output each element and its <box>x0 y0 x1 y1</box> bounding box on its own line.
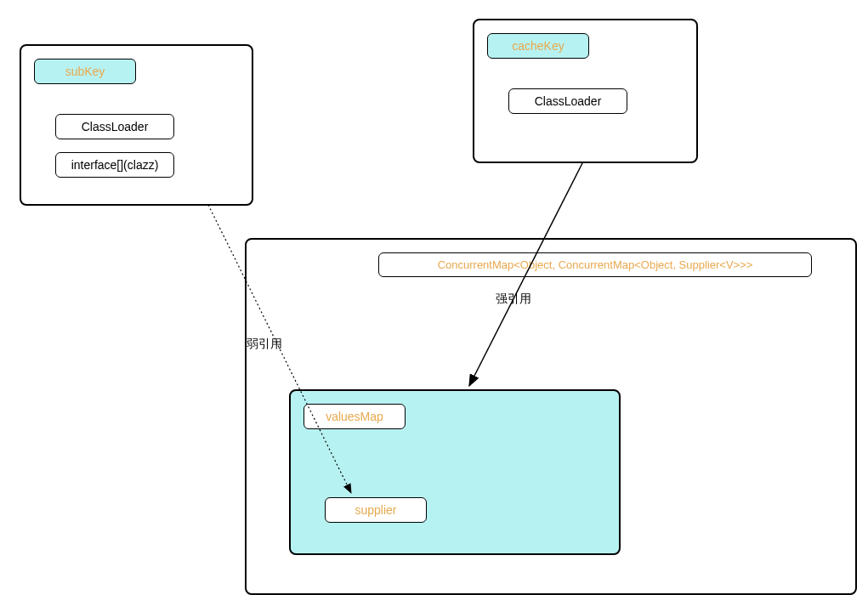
valuesmap-box: valuesMap supplier <box>289 389 621 555</box>
weak-ref-label: 弱引用 <box>247 337 282 352</box>
subkey-box: subKey ClassLoader interface[](clazz) <box>20 44 253 206</box>
valuesmap-title: valuesMap <box>304 404 406 429</box>
strong-ref-label: 强引用 <box>496 292 531 307</box>
cachekey-title: cacheKey <box>487 33 589 59</box>
cachekey-item-classloader: ClassLoader <box>508 88 627 114</box>
concurrentmap-box: ConcurrentMap<Object, ConcurrentMap<Obje… <box>245 238 857 595</box>
concurrentmap-title: ConcurrentMap<Object, ConcurrentMap<Obje… <box>378 252 812 277</box>
cachekey-box: cacheKey ClassLoader <box>473 19 698 163</box>
subkey-item-interface: interface[](clazz) <box>55 152 174 178</box>
subkey-title: subKey <box>34 59 136 84</box>
supplier-box: supplier <box>325 497 427 523</box>
subkey-item-classloader: ClassLoader <box>55 114 174 139</box>
